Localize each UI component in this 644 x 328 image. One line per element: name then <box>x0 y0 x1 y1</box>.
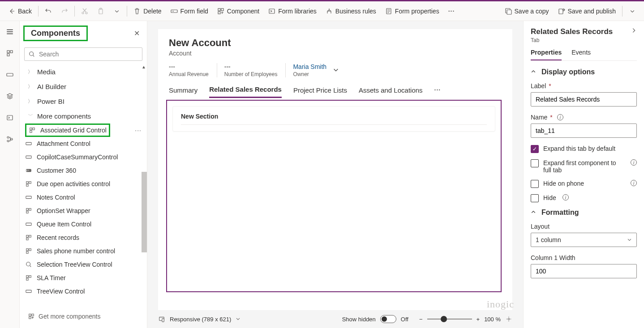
svg-point-53 <box>508 318 510 320</box>
component-item[interactable]: Due open activities control <box>25 177 147 191</box>
component-item[interactable]: OptionSet Wrapper <box>25 204 147 217</box>
redo-button[interactable] <box>56 5 73 17</box>
component-item[interactable]: SLA Timer <box>25 271 147 285</box>
save-copy-button[interactable]: Save a copy <box>500 5 554 17</box>
scroll-up-arrow[interactable]: ▲ <box>142 64 146 69</box>
zoom-slider[interactable] <box>427 319 472 319</box>
rail-tree-button[interactable] <box>3 132 17 146</box>
section-formatting[interactable]: Formatting <box>531 209 637 217</box>
item-label: Customer 360 <box>37 167 76 174</box>
svg-rect-26 <box>26 156 31 158</box>
optionset-icon <box>25 207 32 214</box>
back-button[interactable]: Back <box>4 5 36 17</box>
component-icon <box>217 8 224 15</box>
header-field-owner[interactable]: Maria Smith Owner <box>285 63 339 77</box>
info-icon[interactable]: i <box>562 194 569 200</box>
group-more-components[interactable]: 〉More components <box>24 109 147 124</box>
delete-icon <box>133 8 141 15</box>
responsive-icon[interactable] <box>158 315 165 323</box>
component-item[interactable]: Selection TreeView Control <box>25 258 147 271</box>
save-dropdown[interactable] <box>624 5 640 17</box>
component-item[interactable]: Notes Control <box>25 191 147 204</box>
tree-icon <box>25 261 32 268</box>
cut-button[interactable] <box>77 5 93 17</box>
zoom-out-button[interactable]: − <box>419 316 423 323</box>
info-icon[interactable]: i <box>557 114 563 120</box>
close-panel-button[interactable]: ✕ <box>129 26 145 40</box>
layout-select[interactable]: 1 column <box>531 233 637 247</box>
expand-default-label: Expand this tab by default <box>543 145 637 152</box>
form-field-button[interactable]: Form field <box>166 5 213 17</box>
component-item[interactable]: Attachment Control <box>25 137 147 150</box>
paste-dropdown[interactable] <box>109 5 125 17</box>
prop-tab-properties[interactable]: Properties <box>531 49 562 60</box>
section-card[interactable]: New Section <box>172 106 495 132</box>
tab-assets[interactable]: Assets and Locations <box>359 83 423 98</box>
section-display-options[interactable]: Display options <box>531 68 637 76</box>
undo-button[interactable] <box>40 5 56 17</box>
tab-related-sales[interactable]: Related Sales Records <box>209 82 282 98</box>
component-item[interactable]: Queue Item Control <box>25 217 147 231</box>
business-rules-button[interactable]: Business rules <box>321 5 381 17</box>
form-properties-button[interactable]: Form properties <box>381 5 444 17</box>
tab-project-price[interactable]: Project Price Lists <box>293 83 347 98</box>
delete-label: Delete <box>143 8 161 15</box>
component-item[interactable]: CopilotCaseSummaryControl <box>25 150 147 164</box>
paste-button[interactable] <box>93 5 109 17</box>
rail-layers-button[interactable] <box>3 89 17 103</box>
header-field-revenue[interactable]: --- Annual Revenue <box>169 63 209 77</box>
form-canvas: New Account Account --- Annual Revenue -… <box>158 29 512 310</box>
zoom-in-button[interactable]: + <box>477 316 480 323</box>
component-item[interactable]: TreeView Control <box>25 285 147 298</box>
search-input[interactable] <box>39 51 138 58</box>
component-item[interactable]: 123Customer 360 <box>25 164 147 177</box>
tabs-overflow[interactable]: ··· <box>434 86 441 94</box>
hide-checkbox[interactable] <box>531 194 539 202</box>
tab-summary[interactable]: Summary <box>169 83 197 98</box>
component-item[interactable]: Recent records <box>25 231 147 244</box>
fit-icon[interactable] <box>505 315 512 323</box>
chevron-right-icon[interactable] <box>631 27 637 35</box>
chevron-up-icon <box>531 68 536 76</box>
label-field-label: Label <box>531 82 546 89</box>
scrollbar-thumb[interactable] <box>142 172 147 252</box>
rail-libraries-button[interactable] <box>3 111 17 125</box>
save-publish-button[interactable]: Save and publish <box>554 5 620 17</box>
info-icon[interactable]: i <box>631 180 637 186</box>
rail-components-button[interactable] <box>3 46 17 60</box>
item-label: TreeView Control <box>37 288 85 295</box>
search-input-wrapper[interactable] <box>24 47 142 61</box>
attachment-icon <box>25 140 32 147</box>
form-libraries-button[interactable]: Form libraries <box>264 5 321 17</box>
name-input[interactable] <box>531 124 637 138</box>
component-item[interactable]: Sales phone number control <box>25 244 147 258</box>
rail-field-button[interactable] <box>3 68 17 82</box>
svg-rect-31 <box>26 184 28 186</box>
zoom-label: 100 % <box>484 316 501 323</box>
expand-first-checkbox[interactable] <box>531 159 539 167</box>
field-value: --- <box>224 63 278 70</box>
header-field-employees[interactable]: --- Number of Employees <box>217 63 278 77</box>
overflow-button[interactable]: ··· <box>444 5 459 17</box>
label-input[interactable] <box>531 92 637 106</box>
group-ai-builder[interactable]: 〉AI Builder <box>24 79 147 94</box>
chevron-down-icon[interactable] <box>236 316 240 323</box>
svg-rect-23 <box>33 128 34 130</box>
col1-width-input[interactable] <box>531 264 637 278</box>
component-item-associated-grid[interactable]: Associated Grid Control <box>25 124 110 137</box>
info-icon[interactable]: i <box>631 159 637 166</box>
component-button[interactable]: Component <box>213 5 264 17</box>
chevron-down-icon[interactable] <box>333 67 339 74</box>
hide-phone-checkbox[interactable] <box>531 180 539 188</box>
group-media[interactable]: 〉Media <box>24 64 147 79</box>
tab-selection-outline[interactable]: New Section <box>166 100 502 292</box>
prop-tab-events[interactable]: Events <box>571 49 591 60</box>
get-more-components-button[interactable]: Get more components <box>28 309 147 324</box>
show-hidden-toggle[interactable] <box>380 315 396 323</box>
delete-button[interactable]: Delete <box>129 5 166 17</box>
hamburger-button[interactable] <box>3 25 17 39</box>
group-power-bi[interactable]: 〉Power BI <box>24 94 147 109</box>
item-more-button[interactable]: ··· <box>135 127 142 134</box>
expand-default-checkbox[interactable]: ✓ <box>531 145 539 153</box>
svg-rect-6 <box>221 9 223 11</box>
